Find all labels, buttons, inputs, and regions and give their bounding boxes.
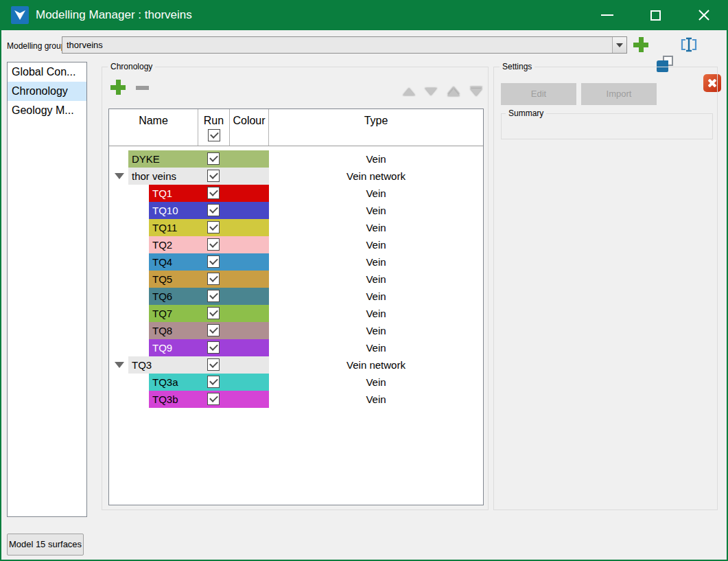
import-button[interactable]: Import	[581, 83, 657, 105]
row-name: TQ10	[152, 202, 178, 219]
row-name: TQ3b	[152, 391, 178, 408]
tree-indent	[109, 322, 149, 339]
row-name: DYKE	[132, 150, 160, 168]
add-row-button[interactable]	[109, 78, 127, 96]
tree-indent	[109, 339, 149, 356]
sidebar-item-geology-m[interactable]: Geology M...	[8, 101, 86, 120]
row-type: Vein	[269, 202, 483, 219]
move-up-icon	[403, 88, 415, 95]
tree-indent	[109, 305, 149, 322]
table-row[interactable]: TQ3aVein	[109, 374, 483, 391]
row-name: thor veins	[132, 168, 176, 185]
run-checkbox[interactable]	[207, 358, 220, 371]
summary-label: Summary	[506, 108, 546, 118]
move-to-top-button[interactable]	[445, 84, 462, 98]
sidebar-item-chronology[interactable]: Chronology	[8, 82, 86, 101]
table-row[interactable]: TQ7Vein	[109, 305, 483, 322]
colour-band: DYKE	[128, 150, 269, 168]
column-header-type[interactable]: Type	[269, 109, 483, 146]
move-up-button[interactable]	[400, 84, 418, 98]
maximize-icon	[650, 10, 661, 21]
row-name: TQ4	[152, 253, 172, 271]
row-type: Vein network	[269, 356, 483, 374]
table-row[interactable]: TQ3Vein network	[109, 356, 483, 374]
column-header-run[interactable]: Run	[198, 109, 230, 146]
settings-panel: Settings Edit Import Summary	[493, 67, 718, 510]
table-row[interactable]: TQ8Vein	[109, 322, 483, 339]
tree-indent	[109, 168, 128, 185]
chronology-rows: DYKEVeinthor veinsVein networkTQ1VeinTQ1…	[109, 147, 483, 505]
row-type: Vein	[269, 288, 483, 305]
run-checkbox[interactable]	[207, 187, 220, 199]
run-all-checkbox[interactable]	[208, 129, 220, 141]
tree-indent	[109, 288, 149, 305]
row-name: TQ3a	[152, 374, 178, 391]
row-name: TQ1	[152, 185, 172, 202]
run-checkbox[interactable]	[207, 238, 220, 251]
expand-collapse-icon[interactable]	[115, 362, 124, 368]
modelling-group-combobox[interactable]: thorveins	[62, 36, 627, 54]
table-row[interactable]: TQ4Vein	[109, 253, 483, 271]
table-row[interactable]: TQ10Vein	[109, 202, 483, 219]
app-logo-icon	[11, 6, 29, 24]
chronology-panel: Chronology Name Run Colour Type DYKEVein…	[102, 67, 489, 510]
table-header: Name Run Colour Type	[109, 109, 483, 146]
move-down-icon	[425, 88, 437, 95]
tree-indent	[109, 219, 149, 236]
colour-band: TQ3	[128, 356, 269, 374]
table-row[interactable]: TQ3bVein	[109, 391, 483, 408]
modelling-group-value: thorveins	[67, 37, 103, 53]
row-type: Vein	[269, 185, 483, 202]
minimize-button[interactable]	[592, 0, 622, 30]
row-name: TQ8	[152, 322, 172, 339]
tree-indent	[109, 150, 128, 168]
row-name: TQ3	[132, 356, 152, 374]
column-header-name[interactable]: Name	[109, 109, 198, 146]
run-checkbox[interactable]	[207, 376, 220, 388]
run-checkbox[interactable]	[207, 170, 220, 182]
table-row[interactable]: TQ1Vein	[109, 185, 483, 202]
run-checkbox[interactable]	[207, 341, 220, 354]
maximize-button[interactable]	[640, 0, 670, 30]
row-name: TQ9	[152, 339, 172, 356]
toolbar: Modelling group thorveins	[1, 30, 727, 62]
table-row[interactable]: TQ9Vein	[109, 339, 483, 356]
rename-modelling-group-button[interactable]	[679, 35, 698, 54]
run-checkbox[interactable]	[207, 307, 220, 319]
row-type: Vein network	[269, 168, 483, 185]
remove-row-button[interactable]	[135, 78, 150, 96]
row-name: TQ7	[152, 305, 172, 322]
run-checkbox[interactable]	[207, 290, 220, 302]
window-title: Modelling Manager : thorveins	[36, 0, 192, 30]
run-checkbox[interactable]	[207, 393, 220, 405]
table-row[interactable]: DYKEVein	[109, 150, 483, 168]
model-surfaces-button[interactable]: Model 15 surfaces	[7, 534, 84, 556]
table-row[interactable]: TQ6Vein	[109, 288, 483, 305]
row-type: Vein	[269, 374, 483, 391]
row-name: TQ5	[152, 271, 172, 288]
table-row[interactable]: TQ11Vein	[109, 219, 483, 236]
table-row[interactable]: TQ5Vein	[109, 271, 483, 288]
add-modelling-group-button[interactable]	[631, 35, 650, 54]
run-checkbox[interactable]	[207, 221, 220, 233]
table-row[interactable]: thor veinsVein network	[109, 168, 483, 185]
edit-button[interactable]: Edit	[501, 83, 576, 105]
close-button[interactable]	[689, 0, 719, 30]
sidebar: Global Con...ChronologyGeology M...	[7, 62, 87, 517]
row-type: Vein	[269, 391, 483, 408]
row-type: Vein	[269, 150, 483, 168]
tree-indent	[109, 356, 128, 374]
table-row[interactable]: TQ2Vein	[109, 236, 483, 253]
settings-panel-label: Settings	[500, 62, 535, 71]
run-checkbox[interactable]	[207, 324, 220, 336]
run-checkbox[interactable]	[207, 255, 220, 268]
combobox-dropdown-button[interactable]	[612, 37, 626, 53]
sidebar-item-global-con[interactable]: Global Con...	[8, 62, 86, 82]
run-checkbox[interactable]	[207, 204, 220, 216]
move-to-bottom-button[interactable]	[467, 84, 485, 98]
run-checkbox[interactable]	[207, 152, 220, 165]
move-down-button[interactable]	[422, 84, 440, 98]
expand-collapse-icon[interactable]	[115, 173, 124, 179]
column-header-colour[interactable]: Colour	[230, 109, 269, 146]
run-checkbox[interactable]	[207, 273, 220, 285]
